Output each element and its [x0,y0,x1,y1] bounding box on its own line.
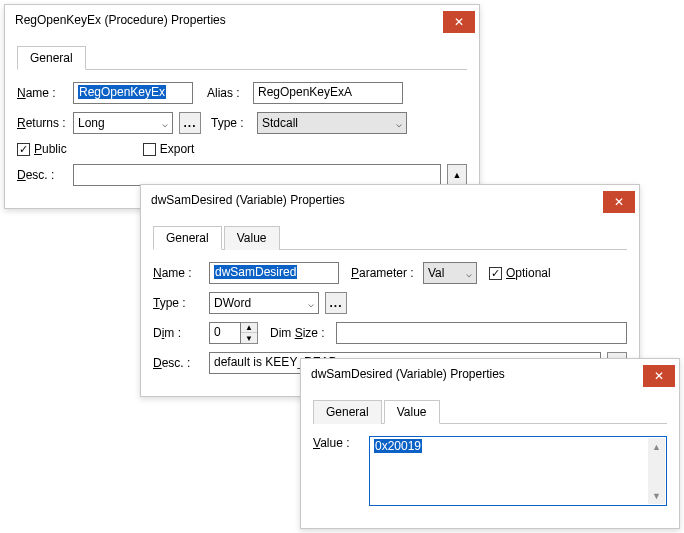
desc-label: Desc. : [17,168,67,182]
public-checkbox-wrap[interactable]: Public [17,142,67,156]
optional-label: Optional [506,266,551,280]
tab-general[interactable]: General [153,226,222,250]
tab-value[interactable]: Value [224,226,280,250]
procedure-properties-dialog: RegOpenKeyEx (Procedure) Properties ✕ Ge… [4,4,480,209]
tab-strip: General Value [313,399,667,424]
dim-label: Dim : [153,326,203,340]
public-label: Public [34,142,67,156]
close-button[interactable]: ✕ [443,11,475,33]
tab-general[interactable]: General [313,400,382,424]
dialog-title: RegOpenKeyEx (Procedure) Properties [15,13,226,27]
dim-spinner[interactable]: 0 ▲ ▼ [209,322,258,344]
type-combo[interactable]: DWord ⌵ [209,292,319,314]
desc-expand-button[interactable]: ▲ [447,164,467,186]
parameter-label: Parameter : [351,266,417,280]
chevron-down-icon: ⌵ [308,298,314,309]
scroll-down-icon[interactable]: ▼ [648,487,665,504]
returns-combo[interactable]: Long ⌵ [73,112,173,134]
returns-browse-button[interactable]: ... [179,112,201,134]
dimsize-label: Dim Size : [270,326,330,340]
export-checkbox[interactable] [143,143,156,156]
client-area: General Name : RegOpenKeyEx Alias : RegO… [5,35,479,208]
close-icon: ✕ [654,370,664,382]
chevron-down-icon: ⌵ [466,268,472,279]
chevron-down-icon: ⌵ [162,118,168,129]
dim-up-button[interactable]: ▲ [241,323,257,333]
type-browse-button[interactable]: ... [325,292,347,314]
titlebar: RegOpenKeyEx (Procedure) Properties ✕ [5,5,479,35]
tab-strip: General Value [153,225,627,250]
type-combo[interactable]: Stdcall ⌵ [257,112,407,134]
public-checkbox[interactable] [17,143,30,156]
tab-strip: General [17,45,467,70]
client-area: General Value Value : 0x20019 ▲ ▼ [301,389,679,528]
close-button[interactable]: ✕ [603,191,635,213]
tab-value[interactable]: Value [384,400,440,424]
returns-label: Returns : [17,116,67,130]
export-checkbox-wrap[interactable]: Export [143,142,195,156]
optional-checkbox[interactable] [489,267,502,280]
export-label: Export [160,142,195,156]
desc-input[interactable] [73,164,441,186]
titlebar: dwSamDesired (Variable) Properties ✕ [301,359,679,389]
dialog-title: dwSamDesired (Variable) Properties [151,193,345,207]
titlebar: dwSamDesired (Variable) Properties ✕ [141,185,639,215]
close-icon: ✕ [614,196,624,208]
name-label: Name : [153,266,203,280]
dim-input[interactable]: 0 [209,322,241,344]
close-icon: ✕ [454,16,464,28]
dim-down-button[interactable]: ▼ [241,333,257,343]
scrollbar[interactable]: ▲ ▼ [648,438,665,504]
name-label: Name : [17,86,67,100]
value-textarea[interactable]: 0x20019 ▲ ▼ [369,436,667,506]
dimsize-input[interactable] [336,322,627,344]
variable-properties-dialog-value: dwSamDesired (Variable) Properties ✕ Gen… [300,358,680,529]
alias-label: Alias : [207,86,247,100]
name-input[interactable]: dwSamDesired [209,262,339,284]
close-button[interactable]: ✕ [643,365,675,387]
value-label: Value : [313,436,363,450]
scroll-up-icon[interactable]: ▲ [648,438,665,455]
type-label: Type : [153,296,203,310]
optional-checkbox-wrap[interactable]: Optional [489,266,551,280]
alias-input[interactable]: RegOpenKeyExA [253,82,403,104]
dialog-title: dwSamDesired (Variable) Properties [311,367,505,381]
type-label: Type : [211,116,251,130]
name-input[interactable]: RegOpenKeyEx [73,82,193,104]
chevron-down-icon: ⌵ [396,118,402,129]
tab-general[interactable]: General [17,46,86,70]
parameter-combo[interactable]: Val ⌵ [423,262,477,284]
desc-label: Desc. : [153,356,203,370]
